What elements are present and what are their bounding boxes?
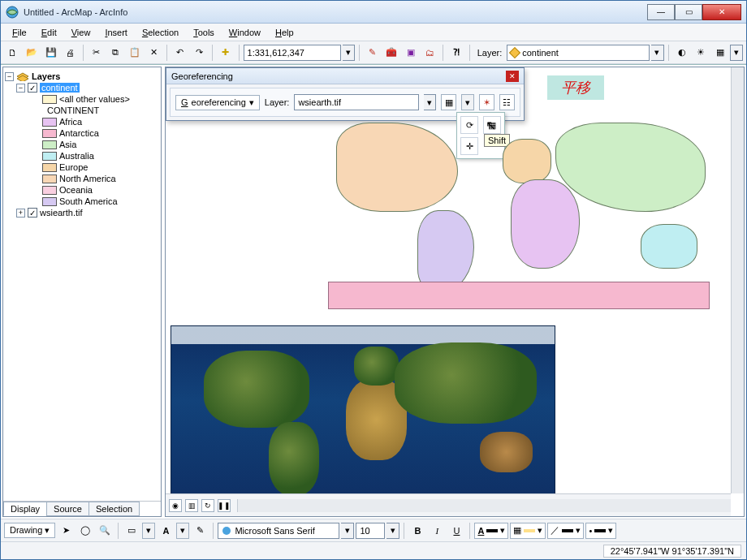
toc-continent-label: Oceania xyxy=(59,185,93,195)
vertical-scrollbar[interactable] xyxy=(731,67,744,493)
shape-dropdown[interactable]: ▾ xyxy=(142,523,155,539)
menu-help[interactable]: Help xyxy=(269,26,300,39)
swatch-icon xyxy=(42,174,57,183)
rotate-tool[interactable]: ◯ xyxy=(76,522,94,540)
close-button[interactable]: ✕ xyxy=(702,4,741,20)
window-buttons: — ▭ ✕ xyxy=(647,4,741,20)
map-canvas[interactable]: Georeferencing ✕ Georeferencing ▾ Layer:… xyxy=(166,67,731,493)
layers-icon xyxy=(16,71,29,81)
text-dropdown[interactable]: ▾ xyxy=(176,523,189,539)
effects-dropdown[interactable]: ▾ xyxy=(730,45,743,61)
bold-button[interactable]: B xyxy=(408,522,426,540)
toc-continent-row[interactable]: Africa xyxy=(5,116,159,127)
underline-button[interactable]: U xyxy=(447,522,465,540)
tab-source[interactable]: Source xyxy=(46,502,89,516)
add-data-button[interactable]: ✚ xyxy=(217,44,235,62)
zoom-tool[interactable]: 🔍 xyxy=(96,522,114,540)
data-view-tab[interactable]: ◉ xyxy=(169,499,182,512)
brightness-button[interactable]: ☀ xyxy=(692,44,710,62)
toc-sym-all[interactable]: <all other values> xyxy=(5,93,159,105)
text-tool[interactable]: A xyxy=(157,522,175,540)
tab-display[interactable]: Display xyxy=(3,502,47,516)
dropdown-icon: ▾ xyxy=(45,525,50,535)
new-button[interactable]: 🗋 xyxy=(4,44,22,62)
georef-layer-dropdown[interactable]: ▾ xyxy=(424,94,436,110)
rect-draw-tool[interactable]: ▭ xyxy=(123,522,140,540)
layout-view-tab[interactable]: ▥ xyxy=(185,499,198,512)
catalog-button[interactable]: 🗂 xyxy=(421,44,439,62)
size-dropdown[interactable]: ▾ xyxy=(386,523,399,539)
toc-field: CONTINENT xyxy=(5,105,159,116)
toc-layer-wsiearth[interactable]: + wsiearth.tif xyxy=(5,207,159,218)
shape-africa xyxy=(511,179,580,269)
scale-dropdown[interactable]: ▾ xyxy=(343,45,356,61)
paste-button[interactable]: 📋 xyxy=(126,44,144,62)
layer-dropdown[interactable]: ▾ xyxy=(651,45,664,61)
command-button[interactable]: ▣ xyxy=(402,44,420,62)
undo-button[interactable]: ↶ xyxy=(171,44,189,62)
menu-file[interactable]: File xyxy=(6,26,33,39)
pause-tab[interactable]: ❚❚ xyxy=(218,499,231,512)
georef-layer-input[interactable] xyxy=(294,94,418,110)
redo-button[interactable]: ↷ xyxy=(191,44,209,62)
toc-continent-row[interactable]: South America xyxy=(5,196,159,207)
line-color-button[interactable]: ／▾ xyxy=(547,523,584,539)
menu-selection[interactable]: Selection xyxy=(136,26,185,39)
whatsthis-button[interactable]: ⁈ xyxy=(447,44,465,62)
editor-button[interactable]: ✎ xyxy=(364,44,382,62)
open-button[interactable]: 📂 xyxy=(24,44,41,62)
stretch-button[interactable]: ▦ xyxy=(711,44,729,62)
georef-menu[interactable]: Georeferencing ▾ xyxy=(175,95,260,110)
contrast-button[interactable]: ◐ xyxy=(673,44,691,62)
menu-insert[interactable]: Insert xyxy=(98,26,134,39)
copy-button[interactable]: ⧉ xyxy=(107,44,125,62)
menu-view[interactable]: View xyxy=(65,26,97,39)
delete-button[interactable]: ✕ xyxy=(145,44,163,62)
minimize-button[interactable]: — xyxy=(647,4,675,20)
refresh-tab[interactable]: ↻ xyxy=(201,499,214,512)
font-color-button[interactable]: A▾ xyxy=(474,523,508,539)
horizontal-scrollbar[interactable] xyxy=(237,499,731,512)
toc-continent-row[interactable]: Antarctica xyxy=(5,127,159,139)
toc-continent-row[interactable]: Europe xyxy=(5,162,159,173)
map-scale-input[interactable] xyxy=(244,45,341,61)
menu-edit[interactable]: Edit xyxy=(35,26,63,39)
maximize-button[interactable]: ▭ xyxy=(675,4,702,20)
collapse-icon[interactable]: − xyxy=(16,84,25,93)
visibility-checkbox[interactable] xyxy=(28,208,37,218)
select-tool[interactable]: ➤ xyxy=(57,522,75,540)
cut-button[interactable]: ✂ xyxy=(88,44,106,62)
menu-tools[interactable]: Tools xyxy=(187,26,221,39)
italic-button[interactable]: I xyxy=(428,522,446,540)
layer-combo-value: continent xyxy=(522,48,559,58)
toc-layer-continent[interactable]: − continent xyxy=(5,82,159,93)
fill-color-button[interactable]: ▦▾ xyxy=(510,523,546,539)
font-combo[interactable]: Microsoft Sans Serif xyxy=(218,523,339,539)
marker-color-button[interactable]: •▾ xyxy=(585,523,616,539)
add-control-points-button[interactable]: ✶ xyxy=(479,94,494,110)
drawing-menu[interactable]: Drawing ▾ xyxy=(4,523,55,538)
font-dropdown[interactable]: ▾ xyxy=(341,523,354,539)
georef-tools-dropdown[interactable]: ▾ xyxy=(461,94,473,110)
visibility-checkbox[interactable] xyxy=(28,83,37,93)
print-button[interactable]: 🖨 xyxy=(62,44,80,62)
expand-icon[interactable]: + xyxy=(16,209,25,218)
collapse-icon[interactable]: − xyxy=(5,72,14,81)
toc-continent-label: South America xyxy=(59,196,118,206)
edit-vertices-tool[interactable]: ✎ xyxy=(191,522,209,540)
toolbox-button[interactable]: 🧰 xyxy=(383,44,401,62)
save-button[interactable]: 💾 xyxy=(42,44,60,62)
layer-combo[interactable]: continent xyxy=(507,45,650,61)
toc-continent-row[interactable]: North America xyxy=(5,173,159,184)
tab-selection[interactable]: Selection xyxy=(89,502,140,516)
georef-titlebar[interactable]: Georeferencing ✕ xyxy=(166,68,524,84)
toc-continent-row[interactable]: Asia xyxy=(5,139,159,150)
toc-root[interactable]: − Layers xyxy=(5,71,159,82)
georef-close-button[interactable]: ✕ xyxy=(506,71,519,82)
georef-tools-button[interactable]: ▦ xyxy=(441,94,456,110)
font-size-combo[interactable]: 10 xyxy=(356,523,385,539)
link-table-button[interactable]: ☷ xyxy=(499,94,515,110)
toc-continent-row[interactable]: Australia xyxy=(5,150,159,162)
menu-window[interactable]: Window xyxy=(222,26,267,39)
toc-continent-row[interactable]: Oceania xyxy=(5,184,159,196)
